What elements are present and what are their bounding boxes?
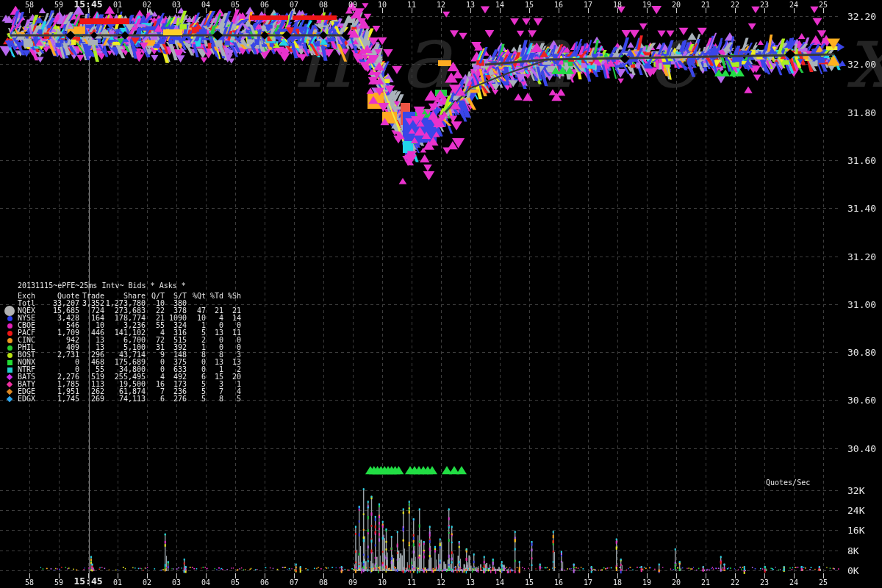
exchange-marker-icon (1, 315, 18, 322)
time-tick-label: 08 (319, 1, 328, 9)
exchange-marker-icon (1, 359, 18, 366)
time-tick-label: 19 (642, 1, 651, 9)
time-tick-label: 58 (25, 579, 34, 587)
time-tick-label: 11 (407, 1, 416, 9)
cell-quote: 1,745 (44, 395, 79, 403)
exchange-marker-icon (1, 344, 18, 351)
time-tick-label: 06 (260, 579, 269, 587)
cell-exch: EDGX (18, 395, 44, 403)
time-tick-label: 23 (760, 1, 769, 9)
price-tick-label: 31.80 (847, 108, 876, 118)
time-tick-label: 59 (54, 1, 63, 9)
time-tick-label: 04 (201, 1, 210, 9)
rate-tick-label: 24K (847, 506, 864, 515)
time-tick-label: 13 (466, 579, 475, 587)
rate-tick-label: 8K (847, 546, 859, 556)
price-tick-label: 30.80 (847, 348, 876, 357)
price-tick-label: 30.60 (847, 395, 876, 405)
time-tick-label: 22 (731, 1, 739, 9)
cell-xqt: 5 (187, 395, 206, 403)
time-tick-label: 18 (613, 579, 622, 587)
time-tick-label: 01 (113, 1, 122, 9)
price-tick-label: 32.00 (847, 60, 876, 69)
exchange-row-edgx: EDGX1,74526974,1136276585 (1, 395, 241, 403)
time-tick-label: 08 (319, 579, 328, 587)
price-tick-label: 32.20 (847, 12, 876, 21)
price-tick-label: 30.40 (847, 444, 876, 453)
column-header: %Td (206, 293, 223, 300)
cell-xsh: 5 (223, 395, 241, 403)
quotes-per-sec-label: Quotes/Sec (766, 478, 810, 487)
rate-tick-label: 32K (847, 486, 864, 495)
cell-st: 276 (165, 395, 187, 403)
exchange-marker-icon (1, 388, 18, 395)
square-icon (7, 368, 12, 373)
diamond-icon (7, 389, 12, 395)
time-tick-label: 25 (819, 1, 828, 9)
cell-qt: 6 (146, 395, 165, 403)
time-tick-label: 04 (201, 579, 210, 587)
table-title: 20131115~ePFE~25ms Intv~ Bids * Asks * (18, 282, 241, 290)
circle-icon (7, 338, 12, 343)
time-tick-label: 58 (25, 1, 34, 9)
time-tick-label: 03 (172, 579, 181, 587)
time-tick-label: 17 (584, 579, 592, 587)
price-tick-label: 31.00 (847, 300, 876, 309)
cell-share: 74,113 (104, 395, 146, 403)
cell-xtd: 8 (206, 395, 223, 403)
exchange-marker-icon (1, 307, 18, 315)
price-tick-label: 31.40 (847, 204, 876, 213)
exchange-stats-table: 20131115~ePFE~25ms Intv~ Bids * Asks * E… (1, 282, 241, 403)
time-tick-label: 24 (789, 1, 798, 9)
time-tick-label: 21 (701, 1, 710, 9)
time-tick-label: 14 (495, 1, 504, 9)
exchange-marker-icon (1, 322, 18, 329)
time-tick-label: 25 (819, 579, 828, 587)
column-header: %Qt (187, 293, 206, 300)
time-tick-label: 09 (348, 579, 357, 587)
time-tick-label: 10 (378, 579, 387, 587)
time-tick-label: 13 (466, 1, 475, 9)
time-tick-label: 19 (642, 579, 651, 587)
time-tick-label: 01 (113, 579, 122, 587)
exchange-marker-icon (1, 395, 18, 403)
time-tick-label: 21 (701, 579, 710, 587)
time-tick-label: 07 (290, 579, 298, 587)
exchange-marker-icon (1, 366, 18, 373)
time-tick-label: 24 (789, 579, 798, 587)
time-tick-label: 02 (143, 1, 151, 9)
time-tick-label: 16 (554, 1, 563, 9)
column-header: %Sh (223, 293, 241, 300)
time-tick-label: 02 (143, 579, 151, 587)
time-tick-label: 09 (348, 1, 357, 9)
time-tick-label: 15:45 (74, 1, 102, 8)
exchange-marker-icon (1, 337, 18, 344)
exchange-marker-icon (1, 373, 18, 381)
diamond-icon (7, 374, 12, 380)
cell-trade: 269 (79, 395, 104, 403)
circle-icon (7, 331, 12, 336)
time-tick-label: 11 (407, 579, 416, 587)
exchange-marker-icon (1, 381, 18, 388)
time-tick-label: 14 (495, 579, 504, 587)
exchange-marker-icon (1, 329, 18, 337)
time-tick-label: 20 (672, 579, 681, 587)
cell-quote: 0 (44, 359, 79, 366)
time-tick-label: 07 (290, 1, 298, 9)
circle-icon (7, 316, 12, 321)
time-tick-label: 03 (172, 1, 181, 9)
time-tick-label: 16 (554, 579, 563, 587)
time-tick-label: 15 (525, 579, 534, 587)
time-tick-label: 23 (760, 579, 769, 587)
time-tick-label: 10 (378, 1, 387, 9)
cell-quote: 2,731 (44, 351, 79, 359)
time-tick-label: 15 (525, 1, 534, 9)
circle-icon (7, 345, 12, 351)
time-tick-label: 12 (437, 1, 445, 9)
time-tick-label: 05 (231, 579, 240, 587)
time-tick-label: 20 (672, 1, 681, 9)
time-tick-label: 06 (260, 1, 269, 9)
market-analysis-window: 585915:450102030405060708091011121314151… (0, 0, 882, 588)
time-tick-label: 59 (54, 579, 63, 587)
time-tick-label: 18 (613, 1, 622, 9)
